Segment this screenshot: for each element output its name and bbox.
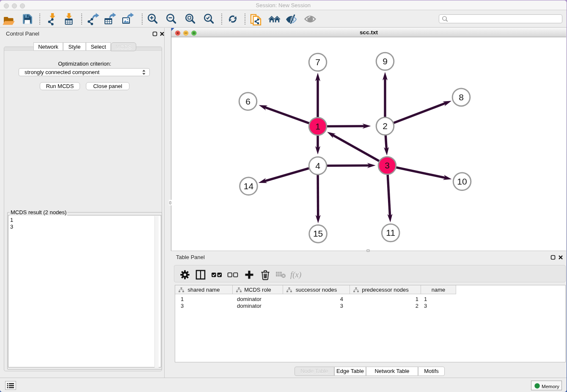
- svg-text:8: 8: [459, 92, 464, 102]
- svg-text:1: 1: [315, 121, 320, 131]
- svg-text:9: 9: [383, 56, 388, 66]
- svg-text:14: 14: [244, 181, 254, 191]
- svg-text:11: 11: [386, 228, 395, 237]
- svg-text:2: 2: [383, 121, 388, 131]
- svg-text:10: 10: [457, 177, 467, 186]
- svg-text:7: 7: [315, 57, 320, 67]
- svg-text:6: 6: [245, 97, 250, 106]
- svg-text:4: 4: [315, 161, 320, 171]
- svg-text:15: 15: [313, 229, 323, 238]
- svg-text:f(x): f(x): [290, 270, 301, 279]
- svg-text:3: 3: [385, 160, 390, 170]
